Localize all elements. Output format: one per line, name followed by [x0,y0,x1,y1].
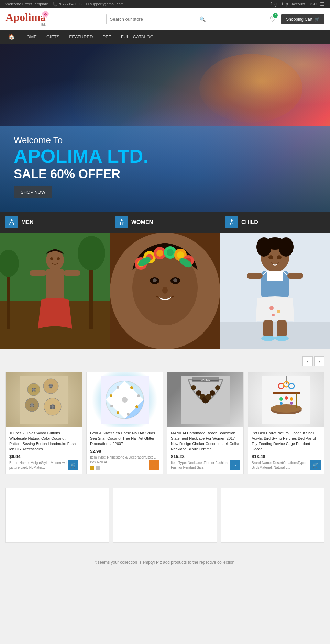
wishlist-area[interactable]: ♡ 0 [270,15,276,23]
top-bar: Welcome Effect Template 📞 707-505-8008 ✉… [0,0,330,8]
products-section: ‹ › [0,349,330,481]
svg-rect-50 [263,320,273,337]
category-women[interactable]: WOMEN [110,212,220,349]
header-right: ♡ 0 Shopping Cart 🛒 [270,14,324,24]
product-add-to-cart-4[interactable]: 🛒 [310,460,321,470]
empty-collection-1 [6,488,109,543]
svg-point-20 [173,278,177,282]
product-image-4 [248,372,324,427]
googleplus-icon[interactable]: g+ [274,2,279,7]
cart-icon: 🛒 [315,17,320,22]
social-icons: f g+ t p [271,2,288,7]
category-women-label: WOMEN [131,219,153,225]
nav-item-featured[interactable]: FEATURED [65,31,97,43]
svg-rect-51 [277,320,287,337]
svg-point-72 [30,406,31,407]
svg-point-47 [270,306,274,310]
svg-point-27 [156,250,163,257]
svg-point-71 [33,404,34,405]
cart-label: Shopping Cart [286,17,312,22]
child-category-icon [226,216,238,228]
prev-products-button[interactable]: ‹ [302,356,313,366]
svg-point-86 [127,413,130,416]
pinterest-icon[interactable]: p [286,2,288,7]
female-icon [118,219,125,226]
color-dot-gold[interactable] [90,466,94,470]
twitter-icon[interactable]: t [282,2,283,7]
hero-sun-glow [199,54,302,123]
account-link[interactable]: Account [292,2,305,6]
svg-rect-55 [287,273,303,279]
phone-number[interactable]: 📞 707-505-8008 [52,2,82,7]
currency-label: USD [309,2,317,6]
svg-point-13 [121,219,123,221]
svg-point-76 [50,405,52,407]
women-category-icon [116,216,128,228]
svg-point-43 [268,255,273,259]
search-button[interactable]: 🔍 [200,16,206,22]
svg-point-111 [279,397,283,401]
bird-toy-illustration [262,376,310,424]
product-add-to-cart-1[interactable]: 🛒 [68,460,78,470]
nav-item-pet[interactable]: PET [98,31,115,43]
svg-point-49 [272,314,275,316]
child-illustration [220,233,330,349]
cart-button[interactable]: Shopping Cart 🛒 [281,14,324,24]
men-category-icon [6,216,18,228]
category-child-label: CHILD [241,219,258,225]
product-price-2: $2.98 [90,449,159,454]
wishlist-badge: 0 [273,13,278,18]
nav-item-full-catalog[interactable]: FULL CATALOG [117,31,158,43]
hero-shop-now-button[interactable]: SHOP NOW [14,186,52,198]
product-title-4: Pet Bird Parrot Natural Coconut Shell Ac… [252,431,321,452]
svg-point-84 [137,394,140,397]
email-address[interactable]: ✉ support@gmail.com [86,2,124,7]
menu-icon[interactable]: ☰ [320,1,324,7]
category-child[interactable]: CHILD [220,212,330,349]
header: 🌸 Apolima ltd. 🔍 ♡ 0 Shopping Cart 🛒 [0,8,330,30]
category-men[interactable]: MEN [0,212,110,349]
svg-point-70 [30,404,31,405]
svg-point-88 [110,405,113,407]
empty-collection-2 [113,488,217,543]
facebook-icon[interactable]: f [271,2,272,7]
svg-point-12 [57,257,60,260]
product-view-3[interactable]: → [230,460,240,470]
svg-point-60 [34,388,36,389]
top-bar-left: Welcome Effect Template 📞 707-505-8008 ✉… [6,2,124,7]
product-title-2: Gold & Silver Sea Horse Nail Art Studs S… [90,431,159,447]
hero-brand-text: APOLIMA LTD. [14,146,148,167]
empty-message-text: it seems your collection is empty! Plz a… [10,560,320,565]
product-price-3: $15.28 [171,454,240,459]
svg-point-53 [275,336,289,341]
logo-flower-icon: 🌸 [42,10,49,18]
svg-point-36 [231,219,233,222]
svg-point-65 [48,385,50,386]
svg-point-112 [285,396,288,400]
search-input[interactable] [110,16,200,22]
category-women-header: WOMEN [110,212,220,233]
svg-point-0 [11,219,13,221]
logo-text: Apolima [6,12,46,23]
svg-point-83 [130,386,133,389]
home-icon[interactable]: 🏠 [6,30,18,44]
color-dot-silver[interactable] [96,466,100,470]
empty-collection-3 [221,488,324,543]
template-label: Welcome Effect Template [6,2,48,6]
svg-point-66 [51,385,53,386]
buttons-illustration [20,376,68,424]
svg-rect-10 [63,270,80,276]
nav-item-gifts[interactable]: GIFTS [42,31,64,43]
logo-area[interactable]: 🌸 Apolima ltd. [6,12,46,26]
product-view-2[interactable]: → [149,460,159,470]
nav-item-home[interactable]: HOME [19,31,41,43]
next-products-button[interactable]: › [314,356,324,366]
empty-collections-section [0,481,330,550]
child-icon [228,219,235,226]
svg-point-4 [78,236,105,270]
svg-point-48 [277,310,280,313]
search-bar[interactable]: 🔍 [106,14,209,24]
men-illustration [0,233,110,349]
category-men-label: MEN [21,219,34,225]
svg-point-61 [32,390,33,392]
